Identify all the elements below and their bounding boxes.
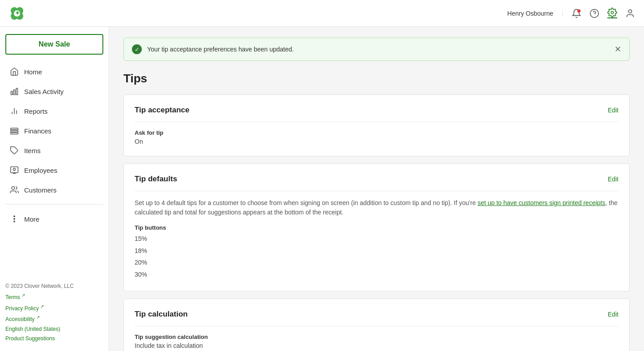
reports-icon <box>10 107 19 116</box>
ask-for-tip-value: On <box>135 138 619 145</box>
account-icon[interactable] <box>625 9 635 18</box>
footer-copyright: © 2023 Clover Network, LLC <box>5 282 103 291</box>
footer-link-privacy[interactable]: Privacy Policy ↗ <box>5 303 44 314</box>
sidebar-item-customers-label: Customers <box>24 186 57 194</box>
home-icon <box>10 67 19 76</box>
svg-rect-13 <box>16 88 17 94</box>
svg-point-22 <box>14 218 15 220</box>
sidebar-footer: © 2023 Clover Network, LLC Terms ↗ Priva… <box>5 274 103 344</box>
tip-acceptance-divider <box>135 122 619 122</box>
sidebar-item-items-label: Items <box>24 147 41 154</box>
header-icons <box>572 9 635 18</box>
bar-chart-icon <box>10 87 19 96</box>
tip-defaults-divider <box>135 191 619 191</box>
svg-text:✦: ✦ <box>15 9 20 17</box>
items-tag-icon <box>10 146 19 155</box>
tip-calculation-edit-button[interactable]: Edit <box>608 311 619 318</box>
svg-rect-16 <box>11 133 18 134</box>
sidebar: New Sale Home Sales Activity Reports <box>0 27 109 351</box>
footer-link-terms[interactable]: Terms ↗ <box>5 291 25 303</box>
sidebar-more-label: More <box>24 215 39 223</box>
svg-rect-15 <box>11 130 18 132</box>
svg-point-23 <box>14 221 15 223</box>
sidebar-item-more[interactable]: More <box>5 209 103 229</box>
svg-point-19 <box>13 168 16 171</box>
tip-suggestion-value: Include tax in calculation <box>135 342 619 349</box>
sidebar-item-employees[interactable]: Employees <box>5 160 103 180</box>
svg-point-20 <box>12 187 15 190</box>
svg-rect-12 <box>13 90 15 95</box>
tip-buttons-label: Tip buttons <box>135 224 619 231</box>
tip-calculation-divider <box>135 326 619 326</box>
footer-link-product-suggestions[interactable]: Product Suggestions <box>5 334 55 344</box>
customers-icon <box>10 185 19 194</box>
more-icon <box>10 214 19 223</box>
tip-button-15: 15% <box>135 233 619 245</box>
svg-rect-14 <box>11 128 18 129</box>
svg-point-10 <box>628 9 631 13</box>
tip-button-30: 30% <box>135 269 619 281</box>
header-username: Henry Osbourne <box>507 10 563 17</box>
page-title: Tips <box>123 72 630 86</box>
ask-for-tip-label: Ask for tip <box>135 129 619 136</box>
main-content: ✓ Your tip acceptance preferences have b… <box>109 27 644 351</box>
tip-defaults-header: Tip defaults Edit <box>135 175 619 184</box>
tip-defaults-description: Set up to 4 default tips for a customer … <box>135 198 619 217</box>
footer-link-language[interactable]: English (United States) <box>5 325 60 334</box>
tip-calculation-title: Tip calculation <box>135 310 188 319</box>
banner-close-button[interactable]: ✕ <box>614 45 621 53</box>
sidebar-item-reports[interactable]: Reports <box>5 101 103 121</box>
tip-buttons-values: 15% 18% 20% 30% <box>135 233 619 280</box>
printed-receipts-link[interactable]: set up to have customers sign printed re… <box>478 199 606 206</box>
tip-calculation-card: Tip calculation Edit Tip suggestion calc… <box>123 299 630 351</box>
footer-link-accessibility[interactable]: Accessibility ↗ <box>5 313 40 325</box>
tip-acceptance-edit-button[interactable]: Edit <box>608 107 619 114</box>
tip-acceptance-header: Tip acceptance Edit <box>135 106 619 115</box>
sidebar-item-items[interactable]: Items <box>5 141 103 160</box>
banner-message: Your tip acceptance preferences have bee… <box>147 46 294 53</box>
svg-rect-11 <box>11 91 13 95</box>
tip-suggestion-label: Tip suggestion calculation <box>135 334 619 340</box>
tip-acceptance-card: Tip acceptance Edit Ask for tip On <box>123 94 630 156</box>
tip-acceptance-title: Tip acceptance <box>135 106 190 115</box>
clover-logo-icon: ✦ <box>9 5 25 21</box>
svg-point-21 <box>14 216 15 217</box>
notifications-icon[interactable] <box>572 9 581 18</box>
sidebar-item-sales-activity-label: Sales Activity <box>24 88 64 95</box>
svg-rect-18 <box>11 167 18 173</box>
svg-point-9 <box>611 11 614 14</box>
tip-defaults-desc-before: Set up to 4 default tips for a customer … <box>135 199 478 206</box>
svg-point-7 <box>590 9 598 17</box>
header-right: Henry Osbourne <box>507 9 635 18</box>
nav-divider <box>5 204 103 205</box>
app-header: ✦ Henry Osbourne <box>0 0 644 27</box>
logo-area: ✦ <box>9 5 25 21</box>
sidebar-item-employees-label: Employees <box>24 167 57 174</box>
sidebar-item-reports-label: Reports <box>24 107 48 115</box>
sidebar-item-home[interactable]: Home <box>5 62 103 81</box>
new-sale-button[interactable]: New Sale <box>5 34 103 55</box>
finances-icon <box>10 126 19 135</box>
banner-left: ✓ Your tip acceptance preferences have b… <box>132 44 294 54</box>
help-icon[interactable] <box>589 9 599 18</box>
sidebar-item-sales-activity[interactable]: Sales Activity <box>5 81 103 101</box>
sidebar-item-finances-label: Finances <box>24 127 51 135</box>
tip-defaults-title: Tip defaults <box>135 175 177 184</box>
settings-icon[interactable] <box>607 9 617 18</box>
tip-button-20: 20% <box>135 257 619 269</box>
main-layout: New Sale Home Sales Activity Reports <box>0 27 644 351</box>
tip-defaults-edit-button[interactable]: Edit <box>608 176 619 183</box>
employees-icon <box>10 166 19 175</box>
sidebar-item-finances[interactable]: Finances <box>5 121 103 141</box>
tip-calculation-header: Tip calculation Edit <box>135 310 619 319</box>
tip-defaults-card: Tip defaults Edit Set up to 4 default ti… <box>123 163 630 291</box>
svg-point-6 <box>577 9 580 12</box>
success-check-icon: ✓ <box>132 44 142 54</box>
sidebar-item-customers[interactable]: Customers <box>5 180 103 200</box>
tip-button-18: 18% <box>135 245 619 257</box>
success-banner: ✓ Your tip acceptance preferences have b… <box>123 38 630 61</box>
sidebar-item-home-label: Home <box>24 68 42 76</box>
